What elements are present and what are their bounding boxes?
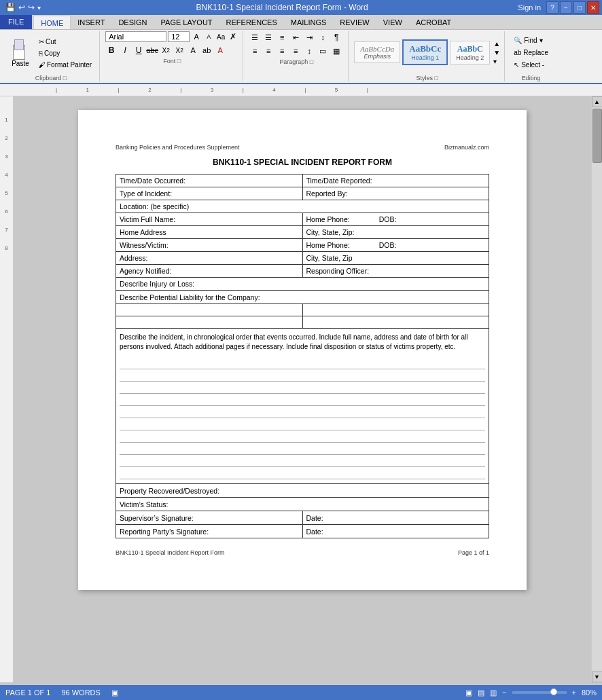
minimize-window-btn[interactable]: −	[560, 1, 572, 14]
styles-scroll[interactable]: ▲ ▼ ▾	[493, 40, 500, 65]
tab-home[interactable]: HOME	[33, 16, 71, 29]
find-button[interactable]: 🔍 Find ▾	[510, 35, 552, 45]
subscript-button[interactable]: X2	[160, 44, 172, 56]
zoom-in-btn[interactable]: +	[572, 688, 576, 697]
empty-cell2	[302, 316, 489, 329]
city-state-zip-label: City, State, Zip:	[302, 226, 489, 239]
restore-btn[interactable]: □	[573, 1, 586, 14]
paste-button[interactable]: Paste	[7, 37, 34, 69]
font-color-button[interactable]: A	[214, 44, 226, 56]
home-address-label: Home Address	[116, 226, 303, 239]
superscript-button[interactable]: X2	[173, 44, 185, 56]
view-web-btn[interactable]: ▤	[478, 688, 484, 697]
clipboard-group: Paste ✂ Cut ⎘ Copy 🖌 Format Painter Clip…	[3, 31, 100, 81]
view-print-btn[interactable]: ▣	[465, 688, 472, 697]
text-effect-button[interactable]: A	[187, 44, 199, 56]
injury-loss-label: Describe Injury or Loss:	[116, 278, 489, 291]
format-painter-button[interactable]: 🖌 Format Painter	[35, 60, 95, 70]
document-area[interactable]: Banking Policies and Procedures Suppleme…	[14, 96, 591, 682]
line-spacing-button[interactable]: ↕	[303, 45, 315, 57]
tab-insert[interactable]: INSERT	[71, 16, 111, 29]
strikethrough-button[interactable]: abc	[146, 44, 158, 56]
bullets-button[interactable]: ☰	[249, 31, 261, 43]
style-emphasis[interactable]: AaBbCcDa Emphasis	[354, 41, 400, 63]
increase-indent-button[interactable]: ⇥	[303, 31, 315, 43]
agency-notified-label: Agency Notified:	[116, 265, 303, 278]
supervisor-sig-label: Supervisor’s Signature:	[116, 511, 303, 525]
replace-button[interactable]: ab Replace	[510, 48, 552, 58]
font-name-input[interactable]	[105, 31, 166, 42]
border-button[interactable]: ▦	[330, 45, 342, 57]
minimize-btn[interactable]: ?	[546, 1, 559, 14]
tab-file[interactable]: FILE	[0, 14, 32, 29]
doc-title: BNK110-1 SPECIAL INCIDENT REPORT FORM	[116, 158, 489, 167]
tab-view[interactable]: VIEW	[376, 16, 409, 29]
show-hide-button[interactable]: ¶	[330, 31, 342, 43]
paragraph-group: ☰ ☰ ≡ ⇤ ⇥ ↕ ¶ ≡ ≡ ≡ ≡ ↕ ▭ ▦ Paragraph □	[245, 31, 349, 81]
style-heading1[interactable]: AaBbCc Heading 1	[402, 39, 448, 65]
location-label: Location: (be specific)	[116, 200, 489, 213]
bold-button[interactable]: B	[105, 44, 118, 56]
font-size-input[interactable]	[168, 31, 190, 42]
align-center-button[interactable]: ≡	[262, 45, 275, 57]
select-button[interactable]: ↖ Select -	[510, 60, 552, 70]
sort-button[interactable]: ↕	[317, 31, 329, 43]
shrink-font-icon[interactable]: A	[203, 31, 214, 42]
tab-mailings[interactable]: MAILINGS	[284, 16, 334, 29]
sign-in[interactable]: Sign in	[518, 3, 541, 12]
change-case-icon[interactable]: Aa	[215, 31, 226, 42]
word-count: 96 WORDS	[61, 688, 100, 697]
customize-icon[interactable]: ▾	[37, 4, 41, 12]
align-left-button[interactable]: ≡	[249, 45, 261, 57]
zoom-slider[interactable]	[512, 691, 567, 694]
numbering-button[interactable]: ☰	[262, 31, 275, 43]
proofing-icon[interactable]: ▣	[111, 688, 118, 697]
shading-button[interactable]: ▭	[317, 45, 329, 57]
table-row: Time/Date Occurred: Time/Date Reported:	[116, 174, 489, 187]
scroll-down-btn[interactable]: ▼	[592, 671, 603, 682]
view-read-btn[interactable]: ▥	[490, 688, 497, 697]
scroll-thumb[interactable]	[592, 109, 602, 163]
redo-icon[interactable]: ↪	[28, 3, 35, 12]
reporting-sig-label: Reporting Party’s Signature:	[116, 525, 303, 538]
supervisor-sig-row: Supervisor’s Signature: Date:	[116, 511, 489, 525]
tab-references[interactable]: REFERENCES	[219, 16, 284, 29]
underline-button[interactable]: U	[132, 44, 145, 56]
city-state-zip2-label: City, State, Zip	[302, 252, 489, 265]
decrease-indent-button[interactable]: ⇤	[289, 31, 302, 43]
text-highlight-button[interactable]: ab	[200, 44, 213, 56]
align-right-button[interactable]: ≡	[276, 45, 288, 57]
table-row: Describe Potential Liability for the Com…	[116, 291, 489, 304]
narrative-cell: Describe the incident, in chronological …	[116, 329, 489, 484]
ribbon-tabs: FILE HOME INSERT DESIGN PAGE LAYOUT REFE…	[0, 15, 602, 30]
doc-footer-left: BNK110-1 Special Incident Report Form	[116, 549, 225, 556]
find-icon: 🔍	[514, 37, 522, 44]
tab-acrobat[interactable]: ACROBAT	[409, 16, 458, 29]
clear-format-icon[interactable]: ✗	[228, 31, 238, 42]
status-right: ▣ ▤ ▥ − + 80%	[465, 688, 597, 697]
table-row	[116, 304, 489, 316]
font-group: A A Aa ✗ B I U abc X2 X2 A ab A Font □	[101, 31, 243, 81]
tab-design[interactable]: DESIGN	[111, 16, 154, 29]
italic-button[interactable]: I	[119, 44, 131, 56]
scroll-up-btn[interactable]: ▲	[592, 96, 603, 107]
zoom-thumb[interactable]	[550, 688, 557, 695]
table-row: Witness/Victim: Home Phone: DOB:	[116, 239, 489, 252]
zoom-out-btn[interactable]: −	[502, 688, 506, 697]
scroll-track[interactable]	[592, 107, 603, 671]
undo-icon[interactable]: ↩	[18, 3, 25, 12]
tab-review[interactable]: REVIEW	[333, 16, 376, 29]
cut-button[interactable]: ✂ Cut	[35, 37, 95, 47]
vertical-scrollbar[interactable]: ▲ ▼	[591, 96, 602, 682]
zoom-level[interactable]: 80%	[582, 688, 597, 697]
grow-font-icon[interactable]: A	[191, 31, 202, 42]
replace-icon: ab	[514, 49, 521, 56]
justify-button[interactable]: ≡	[289, 45, 302, 57]
close-btn[interactable]: ✕	[587, 1, 599, 14]
multilevel-button[interactable]: ≡	[276, 31, 288, 43]
save-icon[interactable]: 💾	[5, 3, 16, 12]
style-heading2[interactable]: AaBbC Heading 2	[450, 41, 490, 65]
tab-page-layout[interactable]: PAGE LAYOUT	[154, 16, 219, 29]
status-bar: PAGE 1 OF 1 96 WORDS ▣ ▣ ▤ ▥ − + 80%	[0, 685, 602, 700]
copy-button[interactable]: ⎘ Copy	[35, 48, 95, 58]
